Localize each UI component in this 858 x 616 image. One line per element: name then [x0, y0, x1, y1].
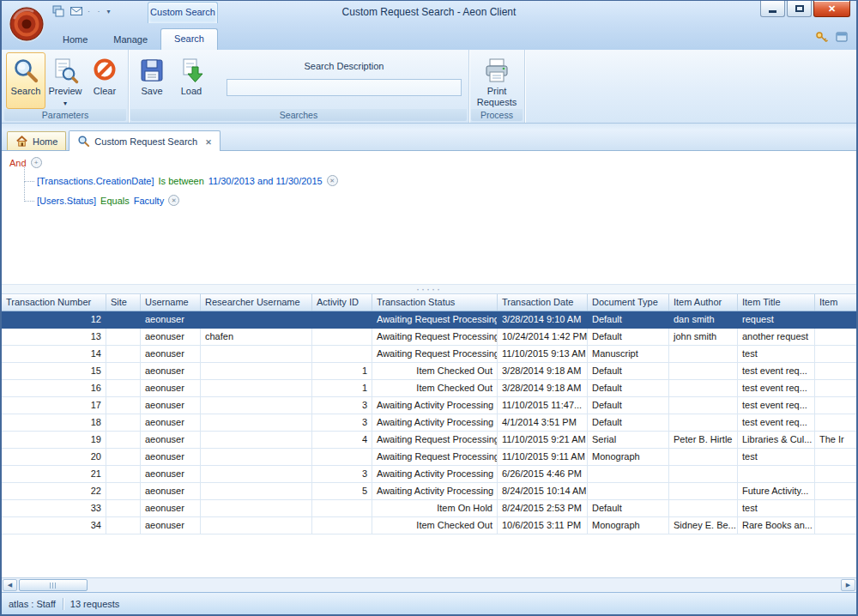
table-row[interactable]: 14aeonuserAwaiting Request Processing11/…	[2, 346, 856, 363]
load-button[interactable]: Load	[172, 52, 211, 109]
table-cell: 18	[2, 414, 106, 432]
query-builder: And [Transactions.CreationDate]Is betwee…	[2, 151, 856, 284]
table-cell: 14	[2, 346, 106, 363]
print-requests-button[interactable]: Print Requests	[473, 52, 521, 109]
ribbon-tab-home[interactable]: Home	[50, 30, 100, 50]
external-window-icon[interactable]	[835, 30, 849, 44]
table-row[interactable]: 20aeonuserAwaiting Request Processing11/…	[2, 449, 856, 466]
column-header[interactable]: Transaction Date	[498, 294, 588, 311]
table-cell: aeonuser	[141, 483, 201, 500]
table-row[interactable]: 18aeonuser3Awaiting Activity Processing4…	[2, 414, 856, 432]
table-cell: 10/6/2015 3:11 PM	[498, 517, 588, 534]
column-header[interactable]: Researcher Username	[201, 294, 312, 311]
table-cell: Awaiting Activity Processing	[372, 414, 498, 432]
table-cell	[201, 449, 312, 466]
search-button[interactable]: Search	[6, 52, 45, 109]
save-button[interactable]: Save	[132, 52, 172, 109]
scrollbar-track[interactable]	[18, 579, 840, 591]
splitter-handle[interactable]	[2, 284, 856, 294]
table-row[interactable]: 33aeonuserItem On Hold8/24/2015 2:53 PMD…	[2, 500, 856, 517]
column-header[interactable]: Item Author	[669, 294, 738, 311]
remove-condition-icon[interactable]	[168, 195, 179, 206]
column-header[interactable]: Transaction Number	[2, 294, 106, 311]
column-header[interactable]: Site	[106, 294, 141, 311]
table-cell	[201, 483, 312, 500]
filter-operator[interactable]: Is between	[159, 176, 204, 186]
scroll-left-icon[interactable]	[3, 579, 17, 591]
filter-operator[interactable]: Equals	[100, 196, 130, 206]
table-row[interactable]: 12aeonuserAwaiting Request Processing3/2…	[2, 311, 856, 329]
table-cell	[312, 517, 372, 534]
table-cell	[815, 397, 856, 414]
table-row[interactable]: 34aeonuserItem Checked Out10/6/2015 3:11…	[2, 517, 856, 534]
preview-button[interactable]: Preview	[45, 52, 85, 109]
clear-button-label: Clear	[94, 86, 116, 97]
ribbon-tab-manage[interactable]: Manage	[100, 30, 160, 50]
table-cell: Default	[588, 414, 669, 432]
column-header[interactable]: Username	[141, 294, 201, 311]
ribbon-tab-search[interactable]: Search	[160, 28, 218, 50]
maximize-icon	[795, 5, 804, 12]
horizontal-scrollbar[interactable]	[2, 577, 856, 592]
filter-field[interactable]: [Transactions.CreationDate]	[37, 176, 154, 186]
table-row[interactable]: 17aeonuser3Awaiting Activity Processing1…	[2, 397, 856, 414]
table-row[interactable]: 21aeonuser3Awaiting Activity Processing6…	[2, 466, 856, 483]
table-row[interactable]: 16aeonuser1Item Checked Out3/28/2014 9:1…	[2, 380, 856, 397]
table-cell: 4/1/2014 3:51 PM	[498, 414, 588, 432]
close-button[interactable]: ✕	[813, 1, 850, 17]
table-row[interactable]: 15aeonuser1Item Checked Out3/28/2014 9:1…	[2, 363, 856, 380]
key-icon[interactable]	[815, 30, 829, 44]
filter-condition[interactable]: [Users.Status]EqualsFaculty	[22, 190, 849, 210]
column-header[interactable]: Item Title	[738, 294, 815, 311]
filter-condition[interactable]: [Transactions.CreationDate]Is between11/…	[22, 171, 849, 190]
filter-value[interactable]: Faculty	[134, 196, 164, 206]
column-header[interactable]: Item	[815, 294, 856, 311]
table-cell: Awaiting Request Processing	[372, 432, 498, 449]
table-cell: 3/28/2014 9:18 AM	[498, 363, 588, 380]
search-tab-icon	[77, 135, 90, 148]
clear-button[interactable]: Clear	[85, 52, 124, 109]
column-header[interactable]: Document Type	[588, 294, 669, 311]
table-cell: Serial	[588, 432, 669, 449]
clear-icon	[91, 57, 118, 84]
table-row[interactable]: 22aeonuser5Awaiting Activity Processing8…	[2, 483, 856, 500]
column-header[interactable]: Transaction Status	[372, 294, 498, 311]
table-cell	[815, 346, 856, 363]
tab-home[interactable]: Home	[7, 131, 66, 150]
grid-header-row: Transaction NumberSiteUsernameResearcher…	[2, 294, 856, 311]
search-description-input[interactable]	[227, 79, 462, 96]
scroll-right-icon[interactable]	[841, 579, 855, 591]
scrollbar-thumb[interactable]	[19, 579, 88, 591]
app-window: · · ▾ Custom Search Custom Request Searc…	[0, 0, 858, 616]
table-cell: Monograph	[588, 449, 669, 466]
table-cell: test event req...	[738, 380, 815, 397]
table-row[interactable]: 13aeonuserchafenAwaiting Request Process…	[2, 329, 856, 346]
maximize-button[interactable]	[787, 1, 812, 17]
preview-dropdown-icon[interactable]	[63, 97, 67, 107]
minimize-button[interactable]	[760, 1, 785, 17]
table-cell: test event req...	[738, 414, 815, 432]
table-cell: aeonuser	[141, 380, 201, 397]
grid-body: 12aeonuserAwaiting Request Processing3/2…	[2, 311, 856, 577]
window-controls: ✕	[760, 1, 850, 17]
table-cell: Awaiting Request Processing	[372, 346, 498, 363]
table-cell: aeonuser	[141, 466, 201, 483]
table-cell	[106, 380, 141, 397]
filter-field[interactable]: [Users.Status]	[37, 196, 96, 206]
table-cell: dan smith	[669, 311, 738, 329]
table-row[interactable]: 19aeonuser4Awaiting Request Processing11…	[2, 432, 856, 449]
filter-root-row: And	[9, 157, 849, 168]
table-cell: Item Checked Out	[372, 517, 498, 534]
filter-root-operator[interactable]: And	[9, 158, 27, 168]
table-cell	[669, 500, 738, 517]
table-cell	[815, 311, 856, 329]
table-cell: 21	[2, 466, 106, 483]
table-cell	[815, 329, 856, 346]
tab-custom-request-search[interactable]: Custom Request Search	[69, 130, 220, 151]
filter-value[interactable]: 11/30/2013 and 11/30/2015	[208, 176, 323, 186]
table-cell: 3	[312, 466, 372, 483]
results-grid: Transaction NumberSiteUsernameResearcher…	[2, 294, 856, 592]
close-tab-icon[interactable]	[202, 136, 212, 147]
remove-condition-icon[interactable]	[327, 175, 338, 186]
column-header[interactable]: Activity ID	[312, 294, 372, 311]
